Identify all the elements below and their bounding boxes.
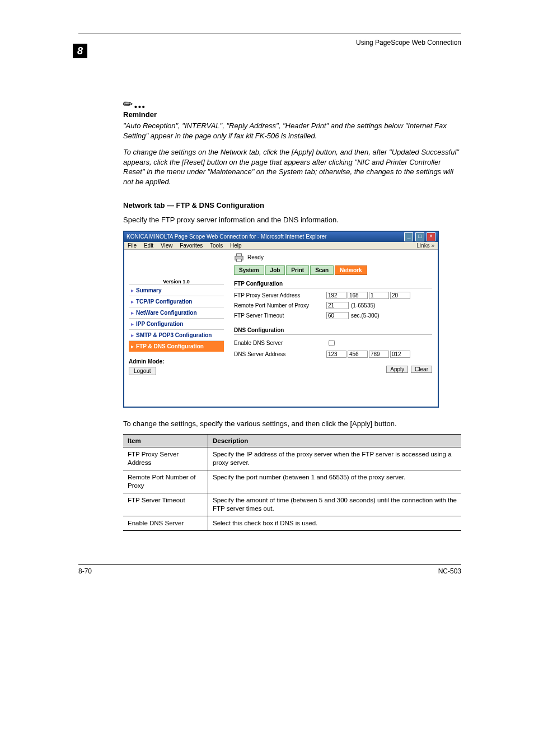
menu-view[interactable]: View	[161, 242, 173, 249]
ftp-proxy-ip-3[interactable]	[369, 292, 389, 299]
apply-button[interactable]: Apply	[386, 366, 408, 373]
table-row: FTP Proxy Server Address Specify the IP …	[123, 447, 461, 470]
menu-help[interactable]: Help	[230, 242, 242, 249]
status-ready: Ready	[247, 254, 264, 260]
menu-edit[interactable]: Edit	[144, 242, 153, 249]
ftp-timeout-input[interactable]	[326, 312, 349, 319]
tab-bar: System Job Print Scan Network	[234, 265, 432, 275]
remote-port-input[interactable]	[326, 302, 349, 309]
dns-ip-1[interactable]	[326, 351, 346, 358]
tab-network[interactable]: Network	[335, 265, 367, 275]
section-heading: Network tab — FTP & DNS Configuration	[123, 201, 461, 209]
maximize-button[interactable]: □	[415, 232, 424, 241]
table-item: FTP Server Timeout	[123, 493, 208, 516]
table-header-item: Item	[123, 435, 208, 447]
sidebar-item-ftp-dns[interactable]: ▸FTP & DNS Configuration	[129, 340, 224, 352]
header-rule	[78, 34, 461, 34]
window-title: KONICA MINOLTA Page Scope Web Connection…	[127, 234, 326, 240]
ftp-timeout-unit: sec.(5-300)	[351, 312, 380, 319]
tab-system[interactable]: System	[234, 265, 264, 275]
menu-bar: File Edit View Favorites Tools Help Link…	[124, 242, 438, 250]
reminder-block: ✎••• Reminder "Auto Reception", "INTERVA…	[123, 97, 461, 186]
app-screenshot: KONICA MINOLTA Page Scope Web Connection…	[123, 231, 439, 408]
running-header: Using PageScope Web Connection	[78, 39, 461, 46]
ftp-proxy-ip-1[interactable]	[326, 292, 346, 299]
table-row: Remote Port Number of Proxy Specify the …	[123, 470, 461, 493]
ftp-config-heading: FTP Configuration	[234, 281, 432, 288]
ftp-proxy-ip-2[interactable]	[348, 292, 368, 299]
sidebar-item-ipp[interactable]: ▸IPP Configuration	[129, 318, 224, 329]
sidebar-item-smtp-pop3[interactable]: ▸SMTP & POP3 Configuration	[129, 329, 224, 340]
table-row: Enable DNS Server Select this check box …	[123, 516, 461, 531]
table-item: FTP Proxy Server Address	[123, 447, 208, 470]
sidebar: Version 1.0 ▸Summary ▸TCP/IP Configurati…	[124, 250, 228, 407]
table-header-desc: Description	[208, 435, 462, 447]
dns-ip-2[interactable]	[348, 351, 368, 358]
remote-port-label: Remote Port Number of Proxy	[234, 302, 326, 309]
menu-tools[interactable]: Tools	[210, 242, 223, 249]
main-pane: Ready System Job Print Scan Network FTP …	[228, 250, 438, 407]
menu-favorites[interactable]: Favorites	[180, 242, 203, 249]
table-item: Enable DNS Server	[123, 516, 208, 531]
printer-icon	[234, 253, 244, 262]
tab-job[interactable]: Job	[265, 265, 285, 275]
window-buttons: _ □ ×	[404, 232, 435, 241]
footer: 8-70 NC-503	[78, 564, 461, 575]
table-desc: Specify the IP address of the proxy serv…	[208, 447, 462, 470]
table-item: Remote Port Number of Proxy	[123, 470, 208, 493]
svg-rect-1	[237, 254, 242, 256]
ftp-proxy-address-label: FTP Proxy Server Address	[234, 292, 326, 298]
logout-button[interactable]: Logout	[129, 367, 156, 375]
clear-button[interactable]: Clear	[411, 366, 432, 373]
sidebar-logo-area	[129, 253, 224, 278]
sidebar-item-summary[interactable]: ▸Summary	[129, 284, 224, 296]
doc-model: NC-503	[438, 567, 461, 575]
tab-print[interactable]: Print	[286, 265, 309, 275]
table-desc: Specify the port number (between 1 and 6…	[208, 470, 462, 493]
tab-scan[interactable]: Scan	[310, 265, 334, 275]
page-number: 8-70	[78, 567, 92, 575]
table-desc: Specify the amount of time (between 5 an…	[208, 493, 462, 516]
dns-ip-3[interactable]	[369, 351, 389, 358]
reminder-label: Reminder	[123, 110, 461, 119]
reminder-paragraph-2: To change the settings on the Network ta…	[123, 147, 461, 186]
minimize-button[interactable]: _	[404, 232, 413, 241]
window-titlebar: KONICA MINOLTA Page Scope Web Connection…	[124, 232, 438, 242]
description-table: Item Description FTP Proxy Server Addres…	[123, 434, 461, 531]
admin-mode-label: Admin Mode:	[129, 358, 224, 365]
close-button[interactable]: ×	[427, 232, 435, 241]
dns-config-heading: DNS Configuration	[234, 327, 432, 335]
running-header-text: Using PageScope Web Connection	[356, 39, 461, 46]
dns-ip-4[interactable]	[390, 351, 410, 358]
remote-port-range: (1-65535)	[351, 302, 375, 309]
enable-dns-checkbox[interactable]	[329, 340, 335, 346]
section-outro: To change the settings, specify the vari…	[123, 419, 461, 429]
table-desc: Select this check box if DNS is used.	[208, 516, 462, 531]
ftp-proxy-ip-4[interactable]	[390, 292, 410, 299]
dns-address-label: DNS Server Address	[234, 351, 326, 357]
sidebar-item-tcpip[interactable]: ▸TCP/IP Configuration	[129, 296, 224, 307]
menu-file[interactable]: File	[128, 242, 137, 249]
sidebar-nav: ▸Summary ▸TCP/IP Configuration ▸NetWare …	[129, 284, 224, 352]
ftp-timeout-label: FTP Server Timeout	[234, 312, 326, 319]
enable-dns-label: Enable DNS Server	[234, 340, 326, 346]
section-intro: Specify the FTP proxy server information…	[123, 215, 461, 225]
reminder-paragraph-1: "Auto Reception", "INTERVAL", "Reply Add…	[123, 121, 461, 141]
version-label: Version 1.0	[129, 279, 224, 284]
sidebar-item-netware[interactable]: ▸NetWare Configuration	[129, 307, 224, 318]
svg-rect-2	[237, 259, 242, 261]
links-label[interactable]: Links »	[416, 242, 434, 249]
table-row: FTP Server Timeout Specify the amount of…	[123, 493, 461, 516]
chapter-number: 8	[73, 44, 87, 58]
